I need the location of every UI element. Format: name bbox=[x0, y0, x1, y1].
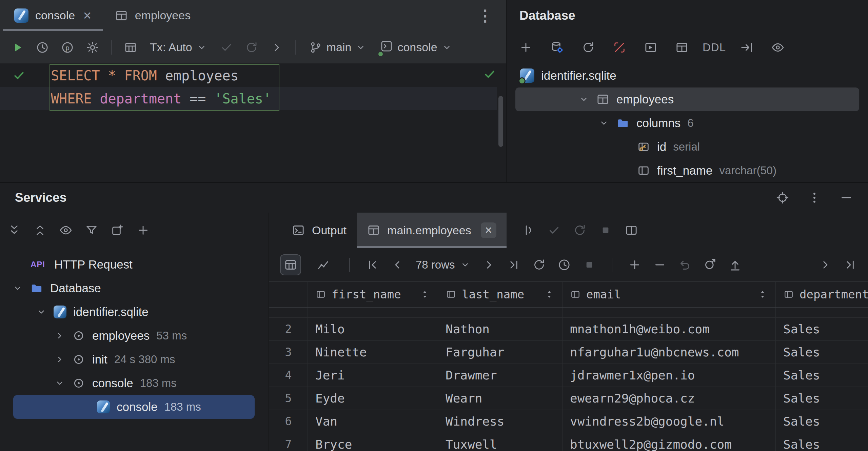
rollback-button[interactable] bbox=[241, 37, 262, 58]
cell-last-name[interactable]: Farguhar bbox=[438, 341, 563, 364]
jump-to-console-button[interactable] bbox=[640, 37, 661, 58]
cell-email[interactable]: btuxwell2p@gizmodo.com bbox=[563, 433, 776, 451]
ddl-button[interactable]: DDL bbox=[703, 41, 726, 54]
data-view-button[interactable] bbox=[280, 254, 301, 275]
cell-department[interactable]: Sales bbox=[776, 364, 868, 387]
cell-first-name[interactable]: Eyde bbox=[308, 387, 438, 410]
sort-icon[interactable] bbox=[419, 289, 430, 300]
row-number[interactable]: 4 bbox=[269, 364, 308, 387]
chevron-down-icon[interactable] bbox=[36, 307, 47, 317]
preview-button[interactable] bbox=[767, 37, 788, 58]
scroll-end-icon[interactable] bbox=[844, 258, 857, 272]
tree-item-http-request[interactable]: API HTTP Request bbox=[0, 253, 269, 276]
tree-item-id-column[interactable]: id serial bbox=[507, 135, 868, 159]
cell-last-name[interactable]: Windress bbox=[438, 410, 563, 433]
tree-item-database-group[interactable]: Database bbox=[0, 276, 269, 300]
rollback-icon[interactable] bbox=[573, 223, 587, 237]
row-number[interactable]: 3 bbox=[269, 341, 308, 364]
tab-main-employees[interactable]: main.employees × bbox=[357, 213, 507, 248]
hide-icon[interactable] bbox=[840, 191, 853, 204]
cell-email[interactable]: mnathon1h@weibo.com bbox=[563, 318, 776, 340]
datasource-properties-button[interactable] bbox=[547, 37, 568, 58]
tree-item-first-name-column[interactable]: first_name varchar(50) bbox=[507, 159, 868, 182]
sql-editor[interactable]: SELECT*FROMemployees WHEREdepartment=='S… bbox=[0, 63, 506, 182]
cell-email[interactable]: vwindress2b@google.nl bbox=[563, 410, 776, 433]
stop-icon[interactable] bbox=[583, 258, 596, 272]
cell-first-name[interactable]: Bryce bbox=[308, 433, 438, 451]
restore-layout-icon[interactable] bbox=[521, 223, 535, 237]
cell-department[interactable]: Sales bbox=[776, 410, 868, 433]
last-page-icon[interactable] bbox=[507, 258, 521, 272]
next-page-icon[interactable] bbox=[482, 258, 496, 272]
settings-button[interactable] bbox=[82, 37, 103, 58]
code-line-1[interactable]: SELECT*FROMemployees bbox=[51, 64, 247, 87]
tree-item-session-init[interactable]: init 24 s 380 ms bbox=[0, 348, 269, 371]
tab-output[interactable]: Output bbox=[281, 213, 357, 248]
cell-email[interactable]: nfarguhar1u@nbcnews.com bbox=[563, 341, 776, 364]
add-row-icon[interactable] bbox=[628, 258, 642, 272]
header-first-name[interactable]: first_name bbox=[308, 282, 438, 307]
tab-employees[interactable]: employees bbox=[103, 0, 202, 31]
expand-all-icon[interactable] bbox=[7, 223, 21, 237]
close-icon[interactable]: × bbox=[481, 222, 496, 238]
row-number[interactable]: 6 bbox=[269, 410, 308, 433]
cell-last-name[interactable]: Wearn bbox=[438, 387, 563, 410]
tree-item-session-console[interactable]: console 183 ms bbox=[0, 371, 269, 395]
editor-scrollbar[interactable] bbox=[498, 96, 503, 147]
cell-department[interactable]: Sales bbox=[776, 433, 868, 451]
header-department[interactable]: department bbox=[776, 282, 868, 307]
tree-item-datasource[interactable]: identifier.sqlite bbox=[0, 300, 269, 324]
locate-icon[interactable] bbox=[776, 191, 789, 204]
previous-page-icon[interactable] bbox=[391, 258, 404, 272]
row-number[interactable]: 5 bbox=[269, 387, 308, 410]
reload-icon[interactable] bbox=[532, 258, 546, 272]
tree-item-datasource[interactable]: identifier.sqlite bbox=[507, 64, 868, 87]
chevron-down-icon[interactable] bbox=[12, 283, 23, 294]
cell-first-name[interactable]: Milo bbox=[308, 318, 438, 340]
delete-row-icon[interactable] bbox=[653, 258, 667, 272]
collapse-all-icon[interactable] bbox=[33, 223, 47, 237]
session-dropdown[interactable]: console bbox=[375, 39, 457, 56]
cell-department[interactable]: Sales bbox=[776, 387, 868, 410]
sort-icon[interactable] bbox=[544, 289, 555, 300]
chevron-down-icon[interactable] bbox=[598, 118, 609, 129]
query-history-icon[interactable] bbox=[557, 258, 571, 272]
close-icon[interactable]: × bbox=[83, 8, 92, 23]
row-number-header[interactable] bbox=[269, 282, 308, 307]
navigate-button[interactable] bbox=[736, 37, 757, 58]
execute-routine-button[interactable] bbox=[266, 37, 287, 58]
submit-upload-icon[interactable] bbox=[728, 258, 742, 272]
cell-last-name[interactable]: Nathon bbox=[438, 318, 563, 340]
cell-first-name[interactable]: Ninette bbox=[308, 341, 438, 364]
table-view-button[interactable] bbox=[120, 37, 141, 58]
refresh-button[interactable] bbox=[578, 37, 599, 58]
cell-department[interactable]: Sales bbox=[776, 341, 868, 364]
scroll-right-icon[interactable] bbox=[818, 258, 832, 272]
header-last-name[interactable]: last_name bbox=[438, 282, 563, 307]
parameters-button[interactable]: p bbox=[57, 37, 78, 58]
add-service-icon[interactable] bbox=[111, 223, 124, 237]
split-view-icon[interactable] bbox=[625, 223, 638, 237]
chevron-down-icon[interactable] bbox=[578, 94, 589, 105]
commit-check-icon[interactable] bbox=[547, 223, 561, 237]
table-view-button[interactable] bbox=[671, 37, 692, 58]
tab-console[interactable]: console × bbox=[3, 0, 103, 31]
cell-email[interactable]: ewearn29@phoca.cz bbox=[563, 387, 776, 410]
header-email[interactable]: email bbox=[563, 282, 776, 307]
chevron-right-icon[interactable] bbox=[54, 354, 65, 365]
page-size-dropdown[interactable]: 78 rows bbox=[416, 258, 471, 271]
cell-last-name[interactable]: Tuxwell bbox=[438, 433, 563, 451]
tree-item-employees[interactable]: employees bbox=[515, 87, 859, 111]
row-number[interactable]: 7 bbox=[269, 433, 308, 451]
row-number[interactable]: 2 bbox=[269, 318, 308, 340]
commit-button[interactable] bbox=[216, 37, 237, 58]
stop-icon[interactable] bbox=[599, 223, 612, 237]
plus-icon[interactable] bbox=[136, 223, 150, 237]
tree-item-session-employees[interactable]: employees 53 ms bbox=[0, 324, 269, 348]
tx-mode-dropdown[interactable]: Tx: Auto bbox=[145, 41, 212, 54]
cell-department[interactable]: Sales bbox=[776, 318, 868, 340]
chevron-right-icon[interactable] bbox=[54, 330, 65, 341]
cell-first-name[interactable]: Jeri bbox=[308, 364, 438, 387]
code-line-2[interactable]: WHEREdepartment=='Sales' bbox=[51, 87, 279, 110]
run-button[interactable] bbox=[7, 37, 28, 58]
